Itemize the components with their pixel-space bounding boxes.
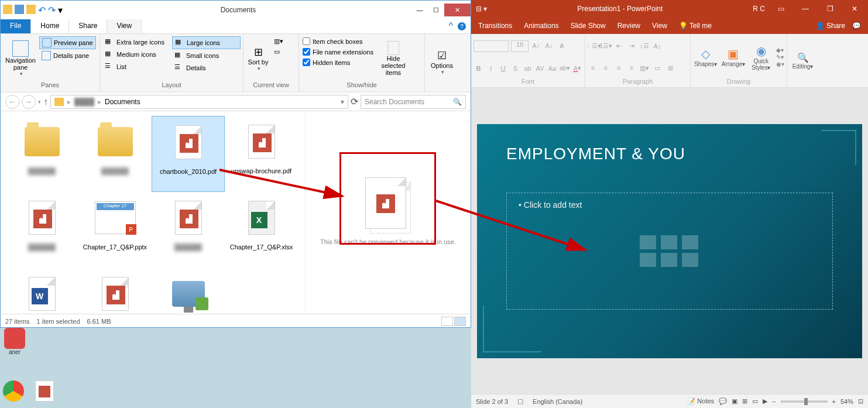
font-color-icon[interactable]: A▾ [572,63,582,74]
insert-picture-icon[interactable] [640,253,656,267]
italic-icon[interactable]: I [486,63,496,74]
qat-dropdown-icon[interactable]: ▾ [58,5,63,16]
insert-chart-icon[interactable] [661,235,677,249]
file-item[interactable]: ██████ [78,116,152,192]
content-placeholder[interactable]: • Click to add text [506,193,833,310]
up-button[interactable]: ↑ [43,97,48,107]
layout-lg-icons[interactable]: ▦Large icons [172,36,241,49]
share-button[interactable]: 👤 Share [816,22,845,30]
help-icon[interactable]: ? [458,22,466,30]
font-combo[interactable] [474,40,509,52]
back-button[interactable]: ← [5,95,19,109]
tab-view[interactable]: View [652,22,667,30]
quick-styles-button[interactable]: ◉Quick Styles▾ [749,44,774,71]
insert-video-icon[interactable] [682,253,698,267]
recent-dropdown[interactable]: ▾ [38,99,41,105]
tab-view[interactable]: View [107,19,142,33]
indent-less-icon[interactable]: ⇤ [613,41,624,52]
slide[interactable]: EMPLOYMENT & YOU • Click to add text [477,124,862,358]
smartart-icon[interactable]: ⊞ [665,63,675,73]
qat-save-icon[interactable] [15,5,24,14]
ribbon-collapse-icon[interactable]: ^ [448,21,453,32]
zoom-in-button[interactable]: + [832,398,836,405]
qat-redo-icon[interactable]: ↷ [48,5,56,16]
line-spacing-icon[interactable]: ↕☰ [639,41,650,52]
file-item[interactable]: ██████ [152,268,225,314]
case-icon[interactable]: Aa [547,63,557,74]
layout-details[interactable]: ☰Details [172,62,241,74]
layout-md-icons[interactable]: ▦Medium icons [102,49,171,60]
hidden-items[interactable]: Hidden items [301,57,375,67]
underline-icon[interactable]: U [498,63,508,74]
sort-by-button[interactable]: ⊞ Sort by▾ [246,36,270,80]
insert-online-pic-icon[interactable] [661,253,677,267]
item-checkboxes[interactable]: Item check boxes [301,36,375,46]
numbering-icon[interactable]: 1☰▾ [601,41,611,52]
language[interactable]: English (Canada) [533,398,582,405]
shrink-font-icon[interactable]: A↓ [544,40,554,51]
tab-share[interactable]: Share [69,19,107,33]
comments-button[interactable]: 💬 [719,397,727,405]
shadow-icon[interactable]: ab [523,63,533,74]
reading-view-icon[interactable]: ▭ [752,397,758,405]
file-item[interactable]: ██████ [5,116,78,192]
clear-format-icon[interactable]: A̷ [557,40,567,51]
notes-button[interactable]: 📝 Notes [687,397,714,405]
spell-check-icon[interactable]: ▢ [517,397,523,405]
qat-undo-icon[interactable]: ↶ [38,5,46,16]
add-columns-button[interactable]: ▥▾ [272,36,286,46]
desktop-icon-pdf[interactable] [35,380,54,402]
font-size-combo[interactable]: 18 [511,40,529,52]
insert-table-icon[interactable] [640,235,656,249]
tab-review[interactable]: Review [617,22,640,30]
icons-view-button[interactable] [454,317,466,326]
item-checkboxes-cb[interactable] [303,37,310,45]
strike-icon[interactable]: S [510,63,520,74]
close-button[interactable]: ✕ [444,4,471,16]
file-item[interactable]: ██████ [5,192,78,268]
hidden-items-cb[interactable] [303,59,310,66]
minimize-button[interactable]: — [411,4,428,16]
qat-folder-icon[interactable] [26,5,36,14]
ribbon-options-icon[interactable]: ▭ [772,5,790,13]
bullets-icon[interactable]: ⋮☰▾ [588,41,598,52]
shape-fill-icon[interactable]: ◆▾ [776,47,784,53]
preview-pane-button[interactable]: Preview pane [39,36,96,49]
file-grid[interactable]: ████████████chartbook_2010.pdfunswap-bro… [1,111,305,314]
qat-autosave-icon[interactable]: ⊟ ▾ [471,5,492,13]
close-button[interactable]: ✕ [846,5,863,13]
slideshow-view-icon[interactable]: ▶ [763,397,767,405]
size-columns-button[interactable]: ▭ [272,47,286,57]
align-right-icon[interactable]: ≡ [613,63,624,73]
file-item[interactable]: XChapter_17_Q&P.xlsx [225,192,298,268]
navigation-pane-button[interactable]: Navigation pane▾ [3,36,38,80]
minimize-button[interactable]: — [797,5,814,13]
slide-title[interactable]: EMPLOYMENT & YOU [506,145,833,163]
tab-animations[interactable]: Animations [524,22,558,30]
shape-effects-icon[interactable]: ◉▾ [776,61,784,67]
file-item[interactable]: Chapter 17PChapter_17_Q&P.pptx [78,192,152,268]
arrange-button[interactable]: ▣Arrange▾ [721,47,746,67]
shape-outline-icon[interactable]: ✎▾ [776,54,784,60]
columns-icon[interactable]: ▥▾ [639,63,650,73]
editing-button[interactable]: 🔍 Editing▾ [790,52,816,70]
insert-smartart-icon[interactable] [682,235,698,249]
align-left-icon[interactable]: ≡ [588,63,598,73]
tab-transitions[interactable]: Transitions [478,22,512,30]
align-center-icon[interactable]: ≡ [601,63,611,73]
zoom-out-button[interactable]: − [772,398,776,405]
layout-list[interactable]: ☰List [102,61,171,73]
spacing-icon[interactable]: AV [535,63,545,74]
normal-view-icon[interactable]: ▣ [732,397,737,405]
file-item[interactable]: W██████ [5,268,78,314]
slide-number[interactable]: Slide 2 of 3 [476,398,508,405]
search-input[interactable]: Search Documents 🔍 [361,95,466,109]
indent-more-icon[interactable]: ⇥ [626,41,637,52]
layout-xl-icons[interactable]: ▦Extra large icons [102,36,171,48]
tab-file[interactable]: File [1,19,31,33]
file-item[interactable]: ██████ [78,268,152,314]
sorter-view-icon[interactable]: ⊞ [742,397,747,405]
details-view-button[interactable] [441,317,453,326]
zoom-level[interactable]: 54% [840,398,853,405]
bullet-text[interactable]: • Click to add text [519,200,821,210]
